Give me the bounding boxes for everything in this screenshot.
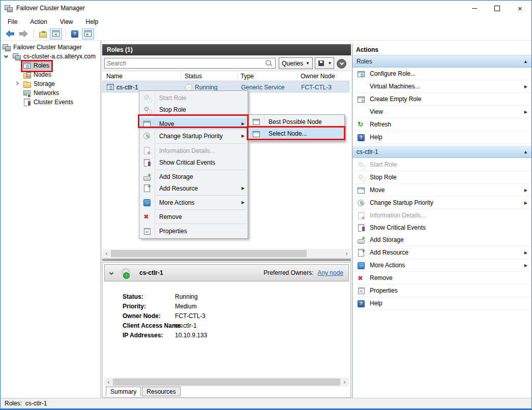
cluster-manager-icon [3, 44, 11, 51]
action-refresh[interactable]: Refresh [352, 118, 532, 131]
menu-remove[interactable]: Remove [139, 211, 248, 223]
action-move[interactable]: Move ▶ [352, 184, 532, 197]
list-horizontal-scrollbar[interactable]: ‹ › [102, 249, 351, 258]
action-help-roles[interactable]: Help [352, 131, 532, 144]
collapse-details-icon[interactable] [109, 271, 113, 275]
tree-item-storage[interactable]: Storage [1, 79, 101, 88]
column-separator[interactable] [237, 73, 238, 80]
action-help-role[interactable]: Help [352, 297, 532, 310]
action-create-empty-role[interactable]: Create Empty Role [352, 93, 532, 106]
actions-section-role[interactable]: cs-ctlr-1 ▲ [352, 146, 532, 158]
action-virtual-machines[interactable]: Virtual Machines... ▶ [352, 80, 532, 93]
menu-file[interactable]: File [7, 17, 18, 26]
show-hide-action-pane-button[interactable] [82, 28, 94, 40]
tree-item-cluster-events[interactable]: Cluster Events [1, 98, 101, 107]
refresh-icon [357, 121, 365, 129]
menu-show-critical-events[interactable]: Show Critical Events [139, 156, 248, 169]
close-button[interactable]: × [509, 1, 531, 16]
queries-button[interactable]: Queries▼ [279, 57, 313, 69]
menu-help[interactable]: Help [85, 17, 100, 26]
menu-separator [156, 170, 247, 170]
tree-item-networks[interactable]: Networks [1, 88, 101, 98]
help-button[interactable] [69, 28, 81, 40]
tree-cluster-node[interactable]: cs-cluster-a.cs.alteryx.com [1, 52, 101, 61]
action-view[interactable]: View ▶ [352, 106, 532, 118]
submenu-select-node[interactable]: Select Node... [249, 128, 344, 140]
tree-root[interactable]: Failover Cluster Manager [1, 43, 101, 52]
action-remove[interactable]: Remove [352, 272, 532, 285]
column-separator[interactable] [297, 73, 298, 80]
show-critical-events-icon [357, 224, 365, 232]
menu-move[interactable]: Move ▶ [139, 118, 248, 130]
column-separator[interactable] [181, 73, 182, 80]
search-input[interactable] [105, 60, 265, 67]
add-storage-icon [357, 236, 365, 244]
search-box[interactable] [104, 58, 276, 69]
scroll-left-icon[interactable]: ‹ [104, 377, 113, 387]
preferred-owners-link[interactable]: Any node [317, 269, 343, 276]
tree-item-roles[interactable]: Roles [1, 61, 101, 70]
menu-add-storage[interactable]: Add Storage [139, 171, 248, 182]
collapse-section-icon[interactable]: ▲ [523, 59, 528, 64]
details-horizontal-scrollbar[interactable]: ‹ › [104, 377, 349, 387]
app-icon [5, 5, 13, 12]
action-more-actions[interactable]: More Actions ▶ [352, 259, 532, 272]
scroll-left-icon[interactable]: ‹ [102, 249, 111, 258]
collapse-section-icon[interactable]: ▲ [523, 149, 528, 154]
menu-information-details[interactable]: Information Details... [139, 145, 248, 156]
forward-button[interactable] [17, 28, 30, 40]
minimize-button[interactable] [463, 1, 486, 16]
scroll-right-icon[interactable]: › [340, 377, 349, 387]
show-hide-console-tree-button[interactable] [50, 28, 62, 40]
scrollbar-thumb[interactable] [111, 250, 307, 257]
chevron-down-icon[interactable] [4, 54, 8, 58]
column-status[interactable]: Status [185, 73, 202, 80]
submenu-arrow-icon: ▶ [524, 263, 527, 268]
chevron-right-icon[interactable] [15, 81, 19, 85]
menu-more-actions[interactable]: More Actions ▶ [139, 197, 248, 208]
move-icon [143, 120, 151, 128]
menu-stop-role[interactable]: Stop Role [139, 104, 248, 115]
menu-action[interactable]: Action [29, 17, 48, 26]
save-query-button[interactable]: ▼ [315, 57, 334, 69]
actions-section-roles[interactable]: Roles ▲ [352, 55, 532, 68]
menu-properties[interactable]: Properties [139, 225, 248, 237]
column-type[interactable]: Type [241, 73, 254, 80]
search-icon[interactable] [265, 59, 273, 67]
action-information-details[interactable]: Information Details... [352, 209, 532, 222]
menu-change-startup-priority[interactable]: Change Startup Priority ▶ [139, 130, 248, 142]
submenu-arrow-icon: ▶ [524, 201, 527, 205]
column-name[interactable]: Name [106, 73, 123, 80]
action-stop-role[interactable]: Stop Role [352, 171, 532, 184]
scroll-right-icon[interactable]: › [342, 249, 351, 258]
back-button[interactable] [4, 28, 16, 40]
maximize-button[interactable] [486, 1, 509, 16]
action-add-storage[interactable]: Add Storage [352, 234, 532, 246]
menu-separator [156, 116, 247, 117]
menu-add-resource[interactable]: Add Resource ▶ [139, 182, 248, 194]
column-owner-node[interactable]: Owner Node [301, 73, 335, 80]
action-add-resource[interactable]: Add Resource ▶ [352, 246, 532, 259]
expand-filters-button[interactable] [337, 59, 346, 69]
action-configure-role[interactable]: Configure Role... [352, 68, 532, 80]
menu-start-role[interactable]: Start Role [139, 92, 248, 104]
tree-item-nodes[interactable]: Nodes [1, 70, 101, 79]
toolbar [1, 27, 531, 41]
pane-splitter[interactable] [102, 259, 351, 261]
action-start-role[interactable]: Start Role [352, 159, 532, 171]
console-tree-pane: Failover Cluster Manager cs-cluster-a.cs… [1, 41, 101, 398]
action-properties[interactable]: Properties [352, 285, 532, 297]
tab-resources[interactable]: Resources [142, 387, 180, 396]
tab-summary[interactable]: Summary [106, 387, 141, 396]
menu-view[interactable]: View [59, 17, 74, 26]
export-list-button[interactable] [37, 28, 49, 40]
networks-icon [23, 89, 31, 97]
start-role-icon [143, 94, 151, 102]
preferred-owners-label: Preferred Owners: [263, 269, 313, 276]
scrollbar-thumb[interactable] [113, 379, 340, 386]
submenu-best-possible-node[interactable]: Best Possible Node [249, 116, 344, 128]
forward-icon [19, 30, 28, 37]
action-change-startup-priority[interactable]: Change Startup Priority ▶ [352, 197, 532, 209]
status-bar: Roles: cs-ctlr-1 [1, 398, 531, 409]
action-show-critical-events[interactable]: Show Critical Events [352, 222, 532, 234]
